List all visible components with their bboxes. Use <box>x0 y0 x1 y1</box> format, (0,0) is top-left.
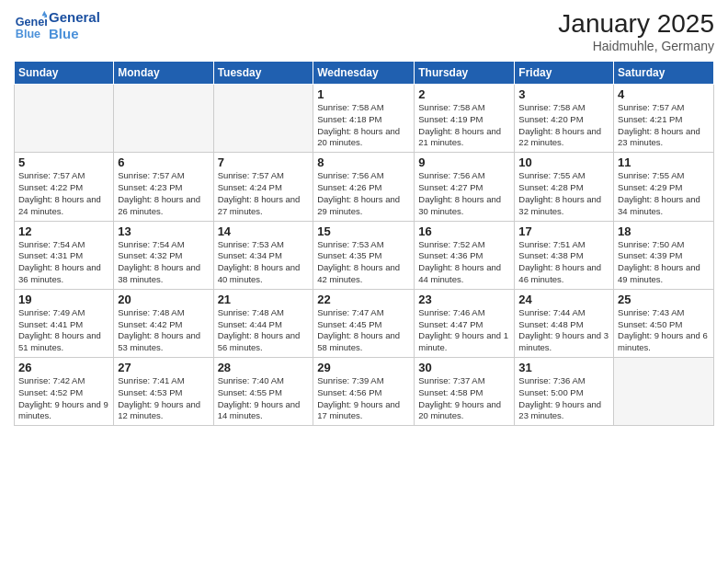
table-row: 1Sunrise: 7:58 AM Sunset: 4:18 PM Daylig… <box>313 85 415 153</box>
day-number: 1 <box>317 87 410 101</box>
header-friday: Friday <box>515 62 614 85</box>
day-info: Sunrise: 7:48 AM Sunset: 4:44 PM Dayligh… <box>218 307 310 354</box>
day-info: Sunrise: 7:53 AM Sunset: 4:35 PM Dayligh… <box>317 239 410 286</box>
day-number: 27 <box>118 361 209 374</box>
day-number: 23 <box>418 293 510 306</box>
day-info: Sunrise: 7:58 AM Sunset: 4:20 PM Dayligh… <box>518 102 609 149</box>
table-row: 27Sunrise: 7:41 AM Sunset: 4:53 PM Dayli… <box>114 358 213 426</box>
day-info: Sunrise: 7:37 AM Sunset: 4:58 PM Dayligh… <box>418 375 510 422</box>
day-info: Sunrise: 7:58 AM Sunset: 4:18 PM Dayligh… <box>317 102 410 149</box>
day-info: Sunrise: 7:57 AM Sunset: 4:24 PM Dayligh… <box>218 170 310 217</box>
table-row: 19Sunrise: 7:49 AM Sunset: 4:41 PM Dayli… <box>15 289 114 357</box>
day-number: 19 <box>18 293 109 306</box>
day-number: 21 <box>218 293 310 306</box>
day-number: 25 <box>618 293 710 306</box>
day-number: 13 <box>118 224 209 238</box>
logo: General Blue General Blue <box>14 9 100 42</box>
header-thursday: Thursday <box>415 62 515 85</box>
table-row: 23Sunrise: 7:46 AM Sunset: 4:47 PM Dayli… <box>415 289 515 357</box>
day-info: Sunrise: 7:49 AM Sunset: 4:41 PM Dayligh… <box>18 307 109 354</box>
table-row: 12Sunrise: 7:54 AM Sunset: 4:31 PM Dayli… <box>15 221 114 289</box>
day-info: Sunrise: 7:44 AM Sunset: 4:48 PM Dayligh… <box>518 307 609 354</box>
table-row: 5Sunrise: 7:57 AM Sunset: 4:22 PM Daylig… <box>15 153 114 221</box>
day-number: 30 <box>418 361 510 374</box>
day-number: 17 <box>518 224 609 238</box>
day-number: 14 <box>218 224 310 238</box>
table-row: 31Sunrise: 7:36 AM Sunset: 5:00 PM Dayli… <box>515 358 614 426</box>
logo-line2: Blue <box>49 26 100 42</box>
day-info: Sunrise: 7:58 AM Sunset: 4:19 PM Dayligh… <box>418 102 510 149</box>
table-row: 3Sunrise: 7:58 AM Sunset: 4:20 PM Daylig… <box>515 85 614 153</box>
day-info: Sunrise: 7:56 AM Sunset: 4:26 PM Dayligh… <box>317 170 410 217</box>
table-row <box>15 85 114 153</box>
day-info: Sunrise: 7:50 AM Sunset: 4:39 PM Dayligh… <box>618 239 710 286</box>
table-row: 24Sunrise: 7:44 AM Sunset: 4:48 PM Dayli… <box>515 289 614 357</box>
table-row: 14Sunrise: 7:53 AM Sunset: 4:34 PM Dayli… <box>213 221 313 289</box>
day-info: Sunrise: 7:40 AM Sunset: 4:55 PM Dayligh… <box>218 375 310 422</box>
table-row <box>614 358 714 426</box>
day-info: Sunrise: 7:57 AM Sunset: 4:21 PM Dayligh… <box>618 102 710 149</box>
table-row: 17Sunrise: 7:51 AM Sunset: 4:38 PM Dayli… <box>515 221 614 289</box>
calendar-week-row: 5Sunrise: 7:57 AM Sunset: 4:22 PM Daylig… <box>15 153 714 221</box>
day-info: Sunrise: 7:47 AM Sunset: 4:45 PM Dayligh… <box>317 307 410 354</box>
day-info: Sunrise: 7:56 AM Sunset: 4:27 PM Dayligh… <box>418 170 510 217</box>
day-info: Sunrise: 7:57 AM Sunset: 4:22 PM Dayligh… <box>18 170 109 217</box>
header-wednesday: Wednesday <box>313 62 415 85</box>
day-info: Sunrise: 7:57 AM Sunset: 4:23 PM Dayligh… <box>118 170 209 217</box>
calendar-table: Sunday Monday Tuesday Wednesday Thursday… <box>14 61 714 426</box>
calendar-title: January 2025 <box>558 9 714 39</box>
day-number: 9 <box>418 155 510 169</box>
day-number: 3 <box>518 87 609 101</box>
table-row: 13Sunrise: 7:54 AM Sunset: 4:32 PM Dayli… <box>114 221 213 289</box>
table-row: 29Sunrise: 7:39 AM Sunset: 4:56 PM Dayli… <box>313 358 415 426</box>
header-tuesday: Tuesday <box>213 62 313 85</box>
table-row: 10Sunrise: 7:55 AM Sunset: 4:28 PM Dayli… <box>515 153 614 221</box>
table-row: 6Sunrise: 7:57 AM Sunset: 4:23 PM Daylig… <box>114 153 213 221</box>
day-number: 24 <box>518 293 609 306</box>
table-row: 21Sunrise: 7:48 AM Sunset: 4:44 PM Dayli… <box>213 289 313 357</box>
table-row: 20Sunrise: 7:48 AM Sunset: 4:42 PM Dayli… <box>114 289 213 357</box>
page: General Blue General Blue January 2025 H… <box>0 0 728 563</box>
day-number: 11 <box>618 155 710 169</box>
table-row: 16Sunrise: 7:52 AM Sunset: 4:36 PM Dayli… <box>415 221 515 289</box>
calendar-week-row: 12Sunrise: 7:54 AM Sunset: 4:31 PM Dayli… <box>15 221 714 289</box>
day-number: 15 <box>317 224 410 238</box>
day-info: Sunrise: 7:55 AM Sunset: 4:29 PM Dayligh… <box>618 170 710 217</box>
day-info: Sunrise: 7:43 AM Sunset: 4:50 PM Dayligh… <box>618 307 710 354</box>
title-block: January 2025 Haidmuhle, Germany <box>558 9 714 53</box>
day-number: 28 <box>218 361 310 374</box>
table-row: 25Sunrise: 7:43 AM Sunset: 4:50 PM Dayli… <box>614 289 714 357</box>
table-row <box>213 85 313 153</box>
day-number: 31 <box>518 361 609 374</box>
day-info: Sunrise: 7:51 AM Sunset: 4:38 PM Dayligh… <box>518 239 609 286</box>
table-row: 2Sunrise: 7:58 AM Sunset: 4:19 PM Daylig… <box>415 85 515 153</box>
day-info: Sunrise: 7:41 AM Sunset: 4:53 PM Dayligh… <box>118 375 209 422</box>
header-monday: Monday <box>114 62 213 85</box>
day-info: Sunrise: 7:54 AM Sunset: 4:31 PM Dayligh… <box>18 239 109 286</box>
day-info: Sunrise: 7:55 AM Sunset: 4:28 PM Dayligh… <box>518 170 609 217</box>
table-row: 7Sunrise: 7:57 AM Sunset: 4:24 PM Daylig… <box>213 153 313 221</box>
table-row: 15Sunrise: 7:53 AM Sunset: 4:35 PM Dayli… <box>313 221 415 289</box>
day-number: 26 <box>18 361 109 374</box>
logo-icon: General Blue <box>14 9 47 42</box>
day-number: 4 <box>618 87 710 101</box>
day-info: Sunrise: 7:48 AM Sunset: 4:42 PM Dayligh… <box>118 307 209 354</box>
day-number: 10 <box>518 155 609 169</box>
table-row <box>114 85 213 153</box>
calendar-week-row: 26Sunrise: 7:42 AM Sunset: 4:52 PM Dayli… <box>15 358 714 426</box>
table-row: 8Sunrise: 7:56 AM Sunset: 4:26 PM Daylig… <box>313 153 415 221</box>
day-info: Sunrise: 7:46 AM Sunset: 4:47 PM Dayligh… <box>418 307 510 354</box>
header-sunday: Sunday <box>15 62 114 85</box>
day-info: Sunrise: 7:39 AM Sunset: 4:56 PM Dayligh… <box>317 375 410 422</box>
day-info: Sunrise: 7:36 AM Sunset: 5:00 PM Dayligh… <box>518 375 609 422</box>
table-row: 9Sunrise: 7:56 AM Sunset: 4:27 PM Daylig… <box>415 153 515 221</box>
table-row: 11Sunrise: 7:55 AM Sunset: 4:29 PM Dayli… <box>614 153 714 221</box>
table-row: 26Sunrise: 7:42 AM Sunset: 4:52 PM Dayli… <box>15 358 114 426</box>
header: General Blue General Blue January 2025 H… <box>14 9 714 53</box>
day-number: 5 <box>18 155 109 169</box>
calendar-week-row: 1Sunrise: 7:58 AM Sunset: 4:18 PM Daylig… <box>15 85 714 153</box>
day-number: 8 <box>317 155 410 169</box>
day-number: 29 <box>317 361 410 374</box>
day-number: 12 <box>18 224 109 238</box>
table-row: 28Sunrise: 7:40 AM Sunset: 4:55 PM Dayli… <box>213 358 313 426</box>
